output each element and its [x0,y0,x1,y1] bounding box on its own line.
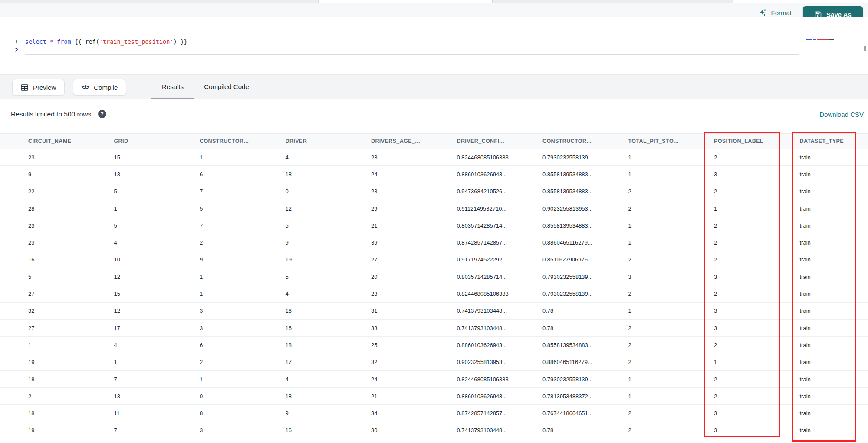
table-cell: 17 [108,325,194,331]
table-cell: 9 [193,256,279,263]
table-cell: 1 [193,274,279,280]
table-cell: train [793,256,868,263]
table-cell: 3 [707,171,793,178]
editor-scrollbar[interactable] [864,46,866,51]
table-cell: 1 [108,359,194,365]
top-tab-strip [0,0,733,3]
table-row: 231514230.8244680851063830.7930232558139… [0,149,868,166]
table-cell: 1 [622,239,708,246]
table-cell: 15 [108,154,194,161]
table-cell: train [793,410,868,417]
results-toolbar: Preview </> Compile Results Compiled Cod… [0,74,868,99]
table-cell: 13 [108,171,194,178]
table-cell: 25 [365,342,450,348]
tab-compiled-code[interactable]: Compiled Code [196,75,257,99]
table-cell: 0.7674418604651... [536,410,622,417]
table-cell: train [793,325,868,331]
code-line-1[interactable]: select * from {{ ref('train_test_positio… [25,37,187,46]
table-cell: 23 [365,188,450,195]
tab-results-label: Results [162,83,184,90]
table-cell: 19 [22,359,108,365]
table-cell: 0.7413793103448... [450,325,536,331]
table-cell: 12 [108,274,194,280]
table-cell: 5 [279,222,365,229]
table-cell: 0.8860103626943... [450,171,536,178]
table-cell: 1 [622,393,708,400]
compile-button[interactable]: </> Compile [73,79,126,96]
table-row: 3212316310.7413793103448...0.7813train [0,303,868,320]
table-row: 213018210.8860103626943...0.781395348837… [0,388,868,405]
table-cell: 2 [707,376,793,383]
table-cell: 4 [108,342,194,348]
table-cell: 16 [279,325,365,331]
table-cell: 0.7930232558139... [536,291,622,297]
table-cell: 0.8558139534883... [536,342,622,348]
table-cell: 18 [22,410,108,417]
download-csv-link[interactable]: Download CSV [819,111,864,118]
table-cell: 2 [707,291,793,297]
code-token: {{ [75,38,85,45]
table-cell: 2 [622,205,708,212]
table-cell: 5 [108,188,194,195]
table-cell: train [793,222,868,229]
table-body: 231514230.8244680851063830.7930232558139… [0,149,868,439]
table-cell: 3 [707,307,793,314]
table-cell: 2 [622,291,708,297]
table-cell: 1 [622,222,708,229]
help-icon[interactable]: ? [98,110,106,118]
code-token: from [57,38,71,45]
table-cell: 39 [365,239,450,246]
table-cell: 5 [22,274,108,280]
tab-results[interactable]: Results [151,75,194,99]
table-cell: 23 [22,222,108,229]
table-cell: 32 [365,359,450,365]
table-cell: train [793,239,868,246]
table-cell: train [793,171,868,178]
table-cell: 0.8558139534883... [536,222,622,229]
code-token: 'train_test_position' [99,38,174,45]
table-cell: 2 [193,359,279,365]
table-cell: 1 [108,205,194,212]
table-cell: 12 [108,307,194,314]
table-cell: 2 [707,256,793,263]
table-grid-icon [21,84,28,91]
table-row: 23575210.8035714285714...0.8558139534883… [0,217,868,234]
sql-editor[interactable]: 1 2 select * from {{ ref('train_test_pos… [0,17,868,74]
table-cell: 20 [365,274,450,280]
table-cell: train [793,376,868,383]
table-cell: 11 [108,410,194,417]
column-header: CONSTRUCTOR... [193,134,279,149]
table-cell: 0.824468085106383 [450,291,536,297]
table-cell: 2 [193,239,279,246]
table-cell: 19 [22,427,108,433]
table-cell: 23 [22,154,108,161]
table-cell: train [793,154,868,161]
code-token [53,38,57,45]
preview-button[interactable]: Preview [12,79,65,96]
table-cell: 23 [22,239,108,246]
table-cell: 0.7413793103448... [450,427,536,433]
table-row: 1610919270.9171974522292...0.85116279069… [0,251,868,268]
table-cell: 16 [279,427,365,433]
table-cell: 23 [365,291,450,297]
table-row: 191217320.9023255813953...0.886046511627… [0,354,868,371]
table-cell: 0 [279,188,365,195]
editor-active-line[interactable] [25,46,799,55]
format-button[interactable]: Format [758,8,792,17]
table-cell: 4 [279,291,365,297]
tab-strip-divider [158,0,158,3]
code-token: }} [181,38,187,45]
column-header: DRIVER [279,134,365,149]
table-cell: train [793,427,868,433]
column-header: POSITION_LABEL [707,134,793,149]
table-cell: 2 [622,256,708,263]
table-cell: 4 [279,154,365,161]
table-cell: 2 [622,359,708,365]
table-cell: 0.8558139534883... [536,188,622,195]
editor-minimap[interactable] [806,39,840,40]
table-cell: 0.8035714285714... [450,274,536,280]
table-cell: 0.8860103626943... [450,393,536,400]
table-row: 271514230.8244680851063830.7930232558139… [0,285,868,302]
table-cell: 1 [193,154,279,161]
preview-label: Preview [33,84,56,91]
